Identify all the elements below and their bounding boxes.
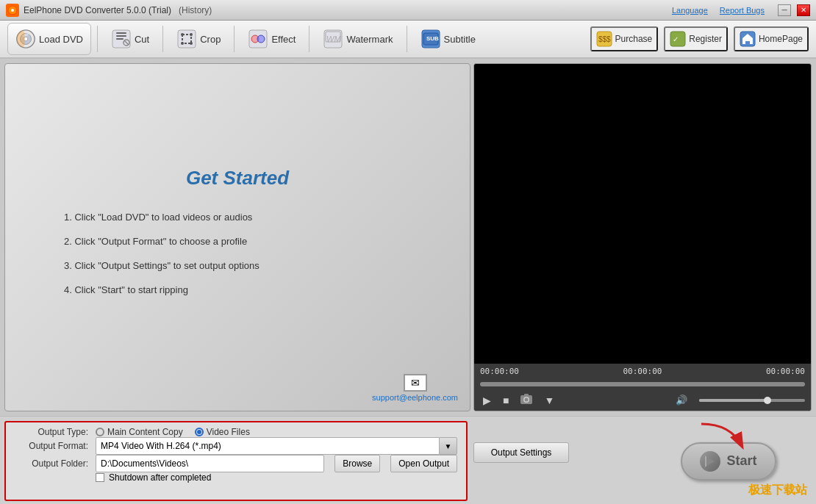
- toolbar-separator-1: [97, 26, 98, 52]
- register-label: Register: [689, 34, 722, 44]
- format-select-wrap: ▼: [96, 437, 457, 455]
- step-3: 3. Click "Output Settings" to set output…: [20, 260, 260, 271]
- svg-text:$$$: $$$: [598, 35, 611, 43]
- crop-button[interactable]: Crop: [169, 23, 228, 55]
- purchase-label: Purchase: [615, 34, 653, 44]
- stop-button[interactable]: ■: [500, 393, 512, 408]
- arrow-annotation: [694, 420, 753, 459]
- watermark-label: Watermark: [346, 34, 393, 45]
- dvd-icon: [15, 29, 36, 49]
- svg-point-16: [181, 33, 184, 36]
- homepage-button[interactable]: HomePage: [734, 26, 809, 51]
- radio-video-files[interactable]: [195, 428, 204, 436]
- get-started-title: Get Started: [186, 167, 289, 190]
- svg-rect-37: [524, 394, 529, 396]
- toolbar-separator-2: [162, 26, 163, 52]
- load-dvd-label: Load DVD: [39, 34, 83, 45]
- report-bugs-link[interactable]: Report Bugs: [720, 6, 765, 15]
- left-panel: Get Started 1. Click "Load DVD" to load …: [4, 63, 470, 411]
- toolbar-separator-3: [234, 26, 235, 52]
- svg-point-22: [257, 35, 265, 43]
- title-bar: EelPhone DVD Converter 5.0.0 (Trial) (Hi…: [0, 0, 816, 21]
- register-icon: ✓: [670, 31, 686, 47]
- volume-knob: [764, 397, 771, 404]
- cut-icon: [111, 29, 132, 49]
- load-dvd-button[interactable]: Load DVD: [7, 23, 91, 55]
- svg-point-19: [190, 42, 193, 45]
- dropdown-button[interactable]: ▼: [541, 393, 557, 408]
- time-bar: 00:00:00 00:00:00 00:00:00: [474, 364, 811, 379]
- step-1: 1. Click "Load DVD" to load videos or au…: [20, 212, 252, 223]
- output-settings-button[interactable]: Output Settings: [473, 442, 569, 463]
- effect-icon: [248, 29, 268, 49]
- output-fmt-section: Output Settings: [473, 442, 640, 480]
- subtitle-icon: SUB: [420, 29, 441, 49]
- main-content: Get Started 1. Click "Load DVD" to load …: [0, 59, 816, 416]
- minimize-button[interactable]: ─: [778, 4, 791, 16]
- radio-main-content[interactable]: [96, 428, 104, 436]
- title-text: EelPhone DVD Converter 5.0.0 (Trial): [24, 5, 171, 15]
- folder-input[interactable]: [96, 455, 324, 472]
- toolbar-right: $$$ Purchase ✓ Register HomePage: [590, 26, 809, 51]
- step-2: 2. Click "Output Format" to choose a pro…: [20, 236, 247, 247]
- output-folder-row: Output Folder: Browse Open Output: [15, 455, 457, 472]
- close-button[interactable]: ✕: [797, 4, 810, 16]
- seek-bar-container[interactable]: [474, 379, 811, 389]
- start-area: Start: [645, 442, 812, 480]
- watermark-button[interactable]: WM Watermark: [315, 23, 400, 55]
- right-bottom-inner: Output Settings: [473, 442, 812, 480]
- crop-label: Crop: [200, 34, 221, 45]
- browse-button[interactable]: Browse: [334, 455, 380, 472]
- register-button[interactable]: ✓ Register: [664, 26, 728, 51]
- history-text: (History): [179, 5, 212, 15]
- title-bar-right: Language Report Bugs ─ ✕: [672, 4, 810, 16]
- app-icon: [6, 4, 19, 17]
- support-section: ✉ support@eelphone.com: [372, 374, 458, 402]
- toolbar-separator-4: [309, 26, 309, 52]
- subtitle-label: Subtitle: [444, 34, 476, 45]
- svg-text:✓: ✓: [673, 35, 679, 43]
- toolbar: Load DVD Cut: [0, 21, 816, 59]
- shutdown-label: Shutdown after completed: [109, 472, 211, 483]
- volume-icon: 🔊: [676, 395, 687, 406]
- effect-button[interactable]: Effect: [240, 23, 303, 55]
- step-4: 4. Click "Start" to start ripping: [20, 284, 188, 295]
- output-options-panel: Output Type: Main Content Copy Video Fil…: [4, 421, 468, 501]
- seek-bar[interactable]: [480, 382, 805, 386]
- output-format-label: Output Format:: [15, 441, 88, 451]
- snapshot-button[interactable]: [518, 392, 535, 408]
- format-input[interactable]: [96, 437, 440, 455]
- format-dropdown-button[interactable]: ▼: [440, 437, 457, 455]
- shutdown-checkbox[interactable]: [96, 473, 104, 482]
- purchase-button[interactable]: $$$ Purchase: [590, 26, 659, 51]
- language-link[interactable]: Language: [672, 6, 708, 15]
- svg-point-36: [525, 398, 529, 402]
- email-icon: ✉: [404, 374, 427, 392]
- volume-bar[interactable]: [699, 399, 805, 402]
- time-end: 00:00:00: [766, 367, 805, 376]
- time-start: 00:00:00: [480, 367, 519, 376]
- output-type-label: Output Type:: [15, 427, 88, 437]
- open-output-button[interactable]: Open Output: [390, 455, 457, 472]
- main-content-copy-option[interactable]: Main Content Copy: [96, 427, 183, 437]
- svg-point-1: [11, 9, 14, 12]
- video-screen: [474, 64, 811, 364]
- cut-button[interactable]: Cut: [104, 23, 157, 55]
- cut-label: Cut: [135, 34, 149, 45]
- watermark: 极速下载站: [748, 483, 807, 498]
- svg-rect-14: [178, 30, 196, 48]
- bottom-row: Output Type: Main Content Copy Video Fil…: [0, 416, 816, 504]
- toolbar-separator-5: [407, 26, 407, 52]
- subtitle-button[interactable]: SUB Subtitle: [413, 23, 483, 55]
- svg-point-17: [190, 33, 193, 36]
- svg-text:SUB: SUB: [426, 35, 439, 42]
- support-email[interactable]: support@eelphone.com: [372, 393, 458, 402]
- video-files-option[interactable]: Video Files: [195, 427, 250, 437]
- volume-fill: [699, 399, 768, 402]
- controls-bar: ▶ ■ ▼ 🔊: [474, 389, 811, 411]
- time-mid: 00:00:00: [623, 367, 662, 376]
- play-button[interactable]: ▶: [480, 393, 494, 408]
- output-settings-row: Output Settings: [473, 442, 640, 463]
- output-format-row: Output Format: ▼: [15, 437, 457, 455]
- output-type-radio-group: Main Content Copy Video Files: [96, 427, 250, 437]
